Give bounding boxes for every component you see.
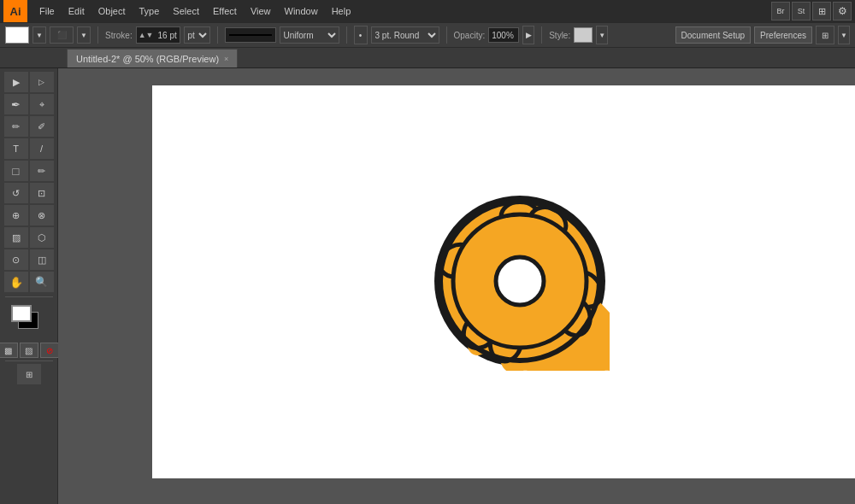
color-swatches-area	[8, 303, 50, 337]
stroke-line-preview	[225, 27, 276, 43]
stroke-dot-icon[interactable]: •	[354, 26, 368, 44]
warp-tool[interactable]: ⊕	[4, 205, 28, 226]
options-bar: ▼ ⬛ ▼ Stroke: ▲▼ pt Uniform • 3 pt. Roun…	[0, 22, 855, 48]
stroke-toggle-icon[interactable]: ▼	[77, 26, 91, 44]
line-tool[interactable]: /	[30, 138, 54, 159]
toolbox: ▶ ▷ ✒ ⌖ ✏ ✐ T / □ ✏ ↺ ⊡ ⊕ ⊗ ▨ ⬡	[0, 68, 58, 504]
stroke-line-inner	[229, 34, 272, 36]
main-area: ▶ ▷ ✒ ⌖ ✏ ✐ T / □ ✏ ↺ ⊡ ⊕ ⊗ ▨ ⬡	[0, 68, 855, 504]
tool-row-5: □ ✏	[4, 161, 54, 181]
tool-row-10: ✋ 🔍	[4, 272, 54, 292]
gear-icon-container	[430, 191, 610, 372]
zoom-tool[interactable]: 🔍	[30, 272, 54, 292]
opacity-label: Opacity:	[454, 31, 486, 40]
stroke-unit-select[interactable]: pt	[184, 26, 210, 44]
stroke-options-icon[interactable]: ⬛	[50, 26, 74, 44]
hand-tool[interactable]: ✋	[4, 272, 28, 292]
tool-row-3: ✏ ✐	[4, 116, 54, 137]
eraser-tool[interactable]: ✏	[30, 161, 54, 181]
brush-tool[interactable]: ✏	[4, 116, 28, 137]
normal-screen-mode[interactable]: ⊞	[17, 364, 41, 384]
menu-select[interactable]: Select	[166, 4, 206, 18]
pencil-tool[interactable]: ✐	[30, 116, 54, 137]
bridge-icon[interactable]: Br	[771, 2, 790, 21]
menu-view[interactable]: View	[244, 4, 278, 18]
menu-type[interactable]: Type	[133, 4, 167, 18]
width-tool[interactable]: ⊗	[30, 205, 54, 226]
menu-edit[interactable]: Edit	[62, 4, 91, 18]
tool-row-9: ⊙ ◫	[4, 249, 54, 270]
gear-svg	[430, 191, 610, 371]
fill-options-icon[interactable]: ▼	[32, 26, 46, 44]
stroke-label: Stroke:	[105, 31, 133, 40]
menu-help[interactable]: Help	[325, 4, 358, 18]
tool-row-4: T /	[4, 138, 54, 159]
menu-window[interactable]: Window	[278, 4, 325, 18]
center-hole	[496, 257, 544, 305]
tool-divider	[5, 296, 53, 297]
scale-tool[interactable]: ⊡	[30, 183, 54, 203]
artboard	[152, 85, 855, 478]
gradient-mode-icon[interactable]: ▨	[20, 343, 38, 358]
symbol-tool[interactable]: ⊙	[4, 249, 28, 270]
tool-row-2: ✒ ⌖	[4, 94, 54, 114]
menu-file[interactable]: File	[32, 4, 62, 18]
canvas-area	[58, 68, 855, 504]
direct-selection-tool[interactable]: ▷	[30, 72, 54, 92]
rectangle-tool[interactable]: □	[4, 161, 28, 181]
color-mode-icon[interactable]: ▩	[0, 343, 18, 358]
rotate-tool[interactable]: ↺	[4, 183, 28, 203]
none-mode-icon[interactable]: ⊘	[40, 343, 59, 358]
workspace-icon[interactable]: ⊞	[812, 2, 831, 21]
pen-tool[interactable]: ✒	[4, 94, 28, 114]
column-graph-tool[interactable]: ▨	[4, 227, 28, 248]
bar-graph-tool[interactable]: ⬡	[30, 227, 54, 248]
style-color-box[interactable]	[574, 27, 593, 43]
menu-object[interactable]: Object	[91, 4, 133, 18]
preferences-button[interactable]: Preferences	[754, 26, 812, 44]
screen-mode-row: ⊞	[17, 364, 41, 384]
separator-5	[541, 26, 542, 44]
tool-row-7: ⊕ ⊗	[4, 205, 54, 226]
fill-swatch[interactable]	[11, 305, 32, 322]
type-tool[interactable]: T	[4, 138, 28, 159]
menu-bar: Ai File Edit Object Type Select Effect V…	[0, 0, 855, 22]
app-logo: Ai	[3, 0, 27, 22]
tab-bar: Untitled-2* @ 50% (RGB/Preview) ×	[0, 48, 855, 68]
document-tab[interactable]: Untitled-2* @ 50% (RGB/Preview) ×	[67, 49, 238, 67]
separator-2	[217, 26, 218, 44]
arrange-dropdown-icon[interactable]: ▼	[838, 26, 850, 44]
tool-row-1: ▶ ▷	[4, 72, 54, 92]
stroke-type-select[interactable]: Uniform	[280, 26, 339, 44]
separator-4	[446, 26, 447, 44]
tool-row-6: ↺ ⊡	[4, 183, 54, 203]
stroke-value-input[interactable]	[156, 27, 180, 43]
fill-color-box[interactable]	[5, 26, 29, 44]
document-setup-button[interactable]: Document Setup	[675, 26, 752, 44]
stock-icon[interactable]: St	[792, 2, 811, 21]
style-label: Style:	[549, 31, 570, 40]
stroke-cap-select[interactable]: 3 pt. Round	[371, 26, 439, 44]
menu-effect[interactable]: Effect	[206, 4, 244, 18]
separator-3	[346, 26, 347, 44]
fill-stroke-icons: ▩ ▨ ⊘	[0, 343, 59, 358]
style-options-icon[interactable]: ▼	[596, 26, 608, 44]
tool-row-8: ▨ ⬡	[4, 227, 54, 248]
search-icon[interactable]: ⚙	[833, 2, 852, 21]
selection-tool[interactable]: ▶	[4, 72, 28, 92]
arrange-icon[interactable]: ⊞	[816, 26, 834, 44]
curvature-tool[interactable]: ⌖	[30, 94, 54, 114]
tab-close-button[interactable]: ×	[224, 55, 228, 63]
tool-divider-2	[5, 360, 53, 361]
tab-title: Untitled-2* @ 50% (RGB/Preview)	[76, 54, 219, 64]
opacity-input[interactable]	[488, 27, 519, 43]
separator-1	[97, 26, 98, 44]
artboard-tool[interactable]: ◫	[30, 249, 54, 270]
expand-icon[interactable]: ▶	[522, 26, 534, 44]
